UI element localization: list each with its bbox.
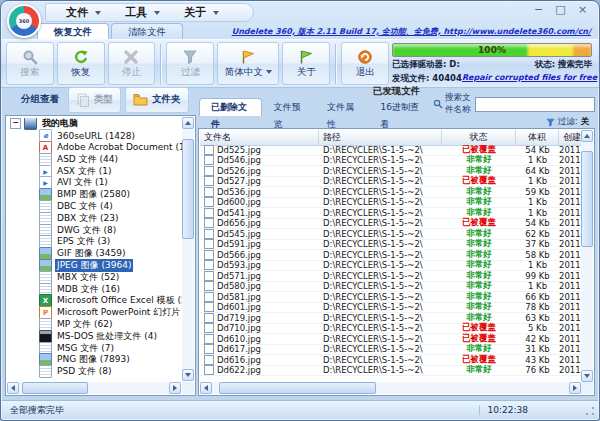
table-row[interactable]: Dd600.jpg D:\RECYCLER\S-1-5-~2\ 非常好 1 Kb… bbox=[200, 198, 581, 209]
tree-item[interactable]: − MSG 文件 (7) bbox=[22, 342, 183, 354]
about-button[interactable]: 关于 bbox=[282, 42, 330, 85]
table-row[interactable]: Dd593.jpg D:\RECYCLER\S-1-5-~2\ 非常好 1 Kb… bbox=[200, 261, 581, 272]
row-checkbox[interactable] bbox=[204, 323, 214, 333]
table-row[interactable]: Dd566.jpg D:\RECYCLER\S-1-5-~2\ 非常好 58 K… bbox=[200, 250, 581, 261]
tab-recover-files[interactable]: 恢复文件 bbox=[37, 23, 109, 39]
row-checkbox[interactable] bbox=[204, 187, 214, 197]
row-checkbox[interactable] bbox=[204, 239, 214, 249]
scrollbar-thumb[interactable] bbox=[581, 151, 593, 247]
search-filename-input[interactable] bbox=[475, 97, 595, 112]
row-checkbox[interactable] bbox=[204, 355, 214, 365]
row-checkbox[interactable] bbox=[204, 250, 214, 260]
repair-files-link[interactable]: Repair corrupted files for free bbox=[462, 73, 597, 85]
table-row[interactable]: Dd591.jpg D:\RECYCLER\S-1-5-~2\ 非常好 37 K… bbox=[200, 240, 581, 251]
table-row[interactable]: Dd525.jpg D:\RECYCLER\S-1-5-~2\ 已被覆盖 54 … bbox=[200, 145, 581, 156]
scroll-up-button[interactable] bbox=[182, 117, 194, 129]
row-checkbox[interactable] bbox=[204, 229, 214, 239]
recover-button[interactable]: 恢复 bbox=[57, 42, 105, 85]
tab-file-properties[interactable]: 文件属性 bbox=[316, 99, 370, 116]
column-header-path[interactable]: 路径 bbox=[319, 130, 442, 145]
row-checkbox[interactable] bbox=[204, 260, 214, 270]
stop-button[interactable]: 停止 bbox=[108, 42, 156, 85]
tree-item[interactable]: − ASD 文件 (44) bbox=[22, 153, 183, 165]
tree-item[interactable]: − Microsoft Office Excel 模板 (58) bbox=[22, 295, 183, 307]
maximize-button[interactable]: □ bbox=[554, 4, 567, 15]
menu-file[interactable]: 文件 bbox=[54, 5, 113, 20]
table-row[interactable]: Dd527.jpg D:\RECYCLER\S-1-5-~2\ 已被覆盖 1 K… bbox=[200, 177, 581, 188]
table-row[interactable]: Dd581.jpg D:\RECYCLER\S-1-5-~2\ 非常好 66 K… bbox=[200, 292, 581, 303]
minimize-button[interactable]: − bbox=[532, 4, 545, 15]
tree-item[interactable]: − PNG 图像 (7893) bbox=[22, 354, 183, 366]
table-row[interactable]: Dd571.jpg D:\RECYCLER\S-1-5-~2\ 非常好 99 K… bbox=[200, 271, 581, 282]
row-checkbox[interactable] bbox=[204, 281, 214, 291]
row-checkbox[interactable] bbox=[204, 292, 214, 302]
tree-item[interactable]: − 我的电脑 bbox=[7, 118, 183, 130]
column-header-size[interactable]: 体积 bbox=[516, 130, 559, 145]
tab-deleted-files[interactable]: 已删除文件 bbox=[199, 98, 262, 116]
tree-item[interactable]: − MDB 文件 (16) bbox=[22, 283, 183, 295]
row-checkbox[interactable] bbox=[204, 208, 214, 218]
row-checkbox[interactable] bbox=[204, 176, 214, 186]
table-row[interactable]: Dd656.jpg D:\RECYCLER\S-1-5-~2\ 已被覆盖 54 … bbox=[200, 219, 581, 230]
tree-item[interactable]: − Adobe Acrobat Document (11) bbox=[22, 142, 183, 154]
scroll-right-button[interactable] bbox=[169, 382, 181, 394]
table-row[interactable]: Dd719.jpg D:\RECYCLER\S-1-5-~2\ 非常好 63 K… bbox=[200, 313, 581, 324]
column-header-filename[interactable]: 文件名 bbox=[200, 130, 319, 145]
tab-hex-view[interactable]: 16进制查看 bbox=[369, 99, 433, 116]
table-row[interactable]: Dd601.jpg D:\RECYCLER\S-1-5-~2\ 非常好 78 K… bbox=[200, 303, 581, 314]
menu-tools[interactable]: 工具 bbox=[113, 5, 172, 20]
filter-button[interactable]: 过滤 bbox=[166, 42, 214, 85]
row-checkbox[interactable] bbox=[204, 313, 214, 323]
column-header-status[interactable]: 状态 bbox=[442, 130, 516, 145]
tab-file-preview[interactable]: 文件预览 bbox=[262, 99, 316, 116]
row-checkbox[interactable] bbox=[204, 166, 214, 176]
tree-item[interactable]: − MBX 文件 (52) bbox=[22, 271, 183, 283]
tree-item[interactable]: − GIF 图像 (3459) bbox=[22, 248, 183, 260]
tree-item[interactable]: − DBX 文件 (23) bbox=[22, 212, 183, 224]
tab-wipe-files[interactable]: 清除文件 bbox=[111, 23, 183, 39]
tree-item[interactable]: − JPEG 图像 (3964) bbox=[22, 260, 183, 272]
row-checkbox[interactable] bbox=[204, 145, 214, 155]
scroll-left-button[interactable] bbox=[7, 382, 19, 394]
tree-horizontal-scrollbar[interactable] bbox=[7, 382, 181, 394]
row-checkbox[interactable] bbox=[204, 218, 214, 228]
scroll-left-button[interactable] bbox=[200, 382, 212, 394]
table-row[interactable]: Dd710.jpg D:\RECYCLER\S-1-5-~2\ 已被覆盖 5 K… bbox=[200, 324, 581, 335]
table-vertical-scrollbar[interactable] bbox=[581, 130, 593, 382]
scroll-up-button[interactable] bbox=[581, 130, 593, 142]
close-button[interactable]: × bbox=[576, 4, 589, 15]
filter-state-value[interactable]: 关 bbox=[581, 116, 590, 128]
tree-item[interactable]: − BMP 图像 (2580) bbox=[22, 189, 183, 201]
tree-item[interactable]: − MP 文件 (62) bbox=[22, 319, 183, 331]
tree-item[interactable]: − MS-DOS 批处理文件 (4) bbox=[22, 330, 183, 342]
scrollbar-thumb[interactable] bbox=[22, 382, 88, 394]
tree-item[interactable]: − DBC 文件 (4) bbox=[22, 201, 183, 213]
table-row[interactable]: Dd622.jpg D:\RECYCLER\S-1-5-~2\ 非常好 76 K… bbox=[200, 366, 581, 377]
group-by-folder-button[interactable]: 文件夹 bbox=[125, 87, 189, 113]
table-row[interactable]: Dd617.jpg D:\RECYCLER\S-1-5-~2\ 非常好 31 K… bbox=[200, 345, 581, 356]
resize-grip[interactable] bbox=[586, 407, 595, 416]
tree-item[interactable]: − Microsoft PowerPoint 幻灯片 (1 bbox=[22, 307, 183, 319]
table-row[interactable]: Dd536.jpg D:\RECYCLER\S-1-5-~2\ 非常好 59 K… bbox=[200, 187, 581, 198]
table-row[interactable]: Dd610.jpg D:\RECYCLER\S-1-5-~2\ 已被覆盖 42 … bbox=[200, 334, 581, 345]
row-checkbox[interactable] bbox=[204, 334, 214, 344]
scroll-down-button[interactable] bbox=[581, 370, 593, 382]
row-checkbox[interactable] bbox=[204, 302, 214, 312]
language-button[interactable]: 简体中文 bbox=[217, 42, 279, 85]
row-checkbox[interactable] bbox=[204, 365, 214, 375]
row-checkbox[interactable] bbox=[204, 271, 214, 281]
tree-vertical-scrollbar[interactable] bbox=[182, 117, 194, 381]
group-by-type-button[interactable]: 类型 bbox=[68, 87, 121, 113]
menu-about[interactable]: 关于 bbox=[172, 5, 231, 20]
table-row[interactable]: Dd541.jpg D:\RECYCLER\S-1-5-~2\ 非常好 1 Kb… bbox=[200, 208, 581, 219]
table-row[interactable]: Dd526.jpg D:\RECYCLER\S-1-5-~2\ 非常好 64 K… bbox=[200, 166, 581, 177]
tree-item[interactable]: − AVI 文件 (1) bbox=[22, 177, 183, 189]
table-row[interactable]: Dd545.jpg D:\RECYCLER\S-1-5-~2\ 非常好 62 K… bbox=[200, 229, 581, 240]
row-checkbox[interactable] bbox=[204, 197, 214, 207]
tree-item[interactable]: − PSD 文件 (8) bbox=[22, 366, 183, 378]
scroll-down-button[interactable] bbox=[182, 369, 194, 381]
table-horizontal-scrollbar[interactable] bbox=[200, 382, 581, 394]
table-row[interactable]: Dd546.jpg D:\RECYCLER\S-1-5-~2\ 非常好 1 Kb… bbox=[200, 156, 581, 167]
tree-item[interactable]: − DWG 文件 (8) bbox=[22, 224, 183, 236]
version-link[interactable]: Undelete 360, 版本 2.11 Build 17, 全功能、全免费,… bbox=[232, 26, 591, 37]
